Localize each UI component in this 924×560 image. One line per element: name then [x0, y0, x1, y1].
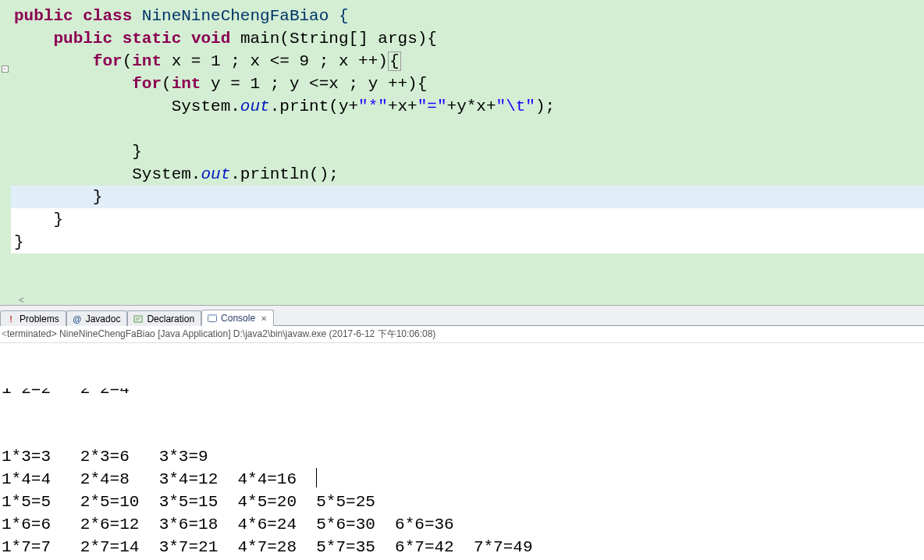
tab-label: Declaration: [147, 314, 194, 324]
tab-javadoc[interactable]: @ Javadoc: [66, 310, 128, 326]
console-line: 1*7=7 2*7=14 3*7=21 4*7=28 5*7=35 6*7=42…: [2, 536, 922, 558]
fold-minus-icon[interactable]: −: [2, 66, 9, 73]
tab-label: Javadoc: [86, 314, 121, 324]
tab-declaration[interactable]: Declaration: [127, 310, 201, 326]
console-line: 1*4=4 2*4=8 3*4=12 4*4=16: [2, 468, 922, 491]
console-line: 1*5=5 2*5=10 3*5=15 4*5=20 5*5=25: [2, 491, 922, 513]
code-line: }: [0, 140, 924, 163]
code-line: for(int y = 1 ; y <=x ; y ++){: [0, 73, 924, 95]
code-line: [0, 118, 924, 140]
tab-problems[interactable]: ! Problems: [0, 310, 66, 326]
close-icon[interactable]: ✕: [261, 314, 267, 323]
code-line: }: [0, 231, 924, 253]
scroll-left-arrow-icon[interactable]: <: [19, 296, 24, 306]
tab-label: Console: [221, 313, 255, 324]
console-line: 1*6=6 2*6=12 3*6=18 4*6=24 5*6=30 6*6=36: [2, 513, 922, 536]
code-editor[interactable]: − public class NineNineChengFaBiao { pub…: [0, 0, 924, 306]
code-line: for(int x = 1 ; x <= 9 ; x ++){: [0, 50, 924, 73]
svg-rect-0: [134, 316, 142, 322]
code-line: public static void main(String[] args){: [0, 27, 924, 50]
text-cursor: [316, 468, 317, 487]
console-status: <terminated> NineNineChengFaBiao [Java A…: [0, 326, 924, 343]
code-line: System.out.print(y+"*"+x+"="+y*x+"\t");: [0, 95, 924, 118]
declaration-icon: [133, 314, 144, 324]
code-line: System.out.println();: [0, 163, 924, 186]
code-line: public class NineNineChengFaBiao {: [0, 5, 924, 27]
problems-icon: !: [5, 314, 16, 324]
console-line: 1*3=3 2*3=6 3*3=9: [2, 445, 922, 468]
console-line-partial: 1*2=2 2*2=4: [2, 388, 922, 400]
tab-console[interactable]: Console ✕: [201, 310, 274, 326]
console-output[interactable]: 1*2=2 2*2=4 1*3=3 2*3=6 3*3=91*4=4 2*4=8…: [0, 343, 924, 560]
console-icon: [207, 313, 218, 324]
editor-gutter: −: [0, 0, 11, 305]
code-line: }: [0, 208, 924, 231]
svg-rect-4: [208, 315, 217, 317]
code-line-current: }: [0, 186, 924, 208]
views-tab-bar: ! Problems @ Javadoc Declaration Console…: [0, 306, 924, 326]
javadoc-icon: @: [72, 314, 83, 324]
tab-label: Problems: [20, 314, 59, 324]
